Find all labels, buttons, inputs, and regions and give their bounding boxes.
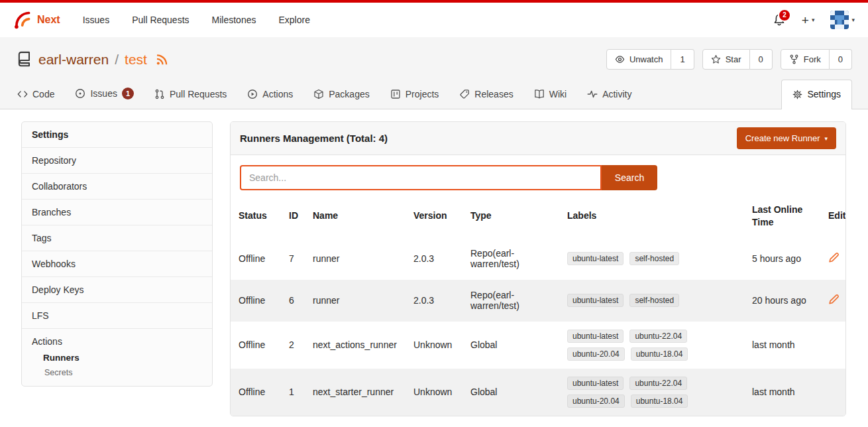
col-labels: Labels bbox=[559, 196, 744, 238]
tab-settings[interactable]: Settings bbox=[781, 80, 852, 109]
sidebar-item-webhooks[interactable]: Webhooks bbox=[22, 251, 212, 277]
tab-projects[interactable]: Projects bbox=[389, 80, 441, 109]
repo-header-block: earl-warren / test Unwatch 1 bbox=[0, 37, 868, 109]
sidebar-item-actions[interactable]: Actions Runners Secrets bbox=[22, 329, 212, 386]
sidebar-item-tags[interactable]: Tags bbox=[22, 225, 212, 251]
search-button[interactable]: Search bbox=[602, 165, 657, 190]
panel-header: Runners Management (Total: 4) Create new… bbox=[231, 122, 845, 155]
unwatch-button[interactable]: Unwatch bbox=[606, 49, 672, 70]
plus-icon: + bbox=[802, 14, 809, 27]
tab-label: Issues bbox=[90, 88, 117, 99]
tab-label: Code bbox=[32, 89, 54, 99]
runner-label-badge: ubuntu-20.04 bbox=[567, 395, 625, 408]
package-icon bbox=[313, 89, 324, 99]
version-cell: Unknown bbox=[406, 322, 462, 369]
watch-count[interactable]: 1 bbox=[671, 49, 694, 70]
edit-runner-button[interactable] bbox=[828, 294, 840, 305]
sidebar-subitem-secrets[interactable]: Secrets bbox=[32, 363, 202, 379]
tab-code[interactable]: Code bbox=[16, 80, 56, 109]
col-edit: Edit bbox=[820, 196, 845, 238]
fork-button[interactable]: Fork bbox=[781, 49, 830, 70]
repo-title: earl-warren / test bbox=[16, 51, 168, 68]
tab-wiki[interactable]: Wiki bbox=[533, 80, 568, 109]
create-runner-button[interactable]: Create new Runner ▾ bbox=[737, 127, 836, 149]
sidebar-subitem-runners[interactable]: Runners bbox=[32, 347, 202, 363]
nav-item-milestones[interactable]: Milestones bbox=[212, 15, 256, 25]
fork-count[interactable]: 0 bbox=[830, 49, 852, 70]
runners-table: Status ID Name Version Type Labels Last … bbox=[231, 196, 845, 416]
notification-count-badge: 2 bbox=[778, 9, 791, 22]
edit-runner-button[interactable] bbox=[828, 252, 840, 263]
issue-opened-icon bbox=[75, 88, 85, 99]
labels-cell: ubuntu-latestself-hosted bbox=[559, 238, 744, 280]
star-label: Star bbox=[726, 54, 741, 64]
tab-actions[interactable]: Actions bbox=[246, 80, 294, 109]
sidebar-item-collaborators[interactable]: Collaborators bbox=[22, 174, 212, 200]
tab-label: Pull Requests bbox=[170, 89, 227, 99]
name-cell: next_starter_runner bbox=[305, 369, 406, 416]
star-count[interactable]: 0 bbox=[750, 49, 773, 70]
col-last-online: Last Online Time bbox=[744, 196, 820, 238]
sidebar-item-deploy-keys[interactable]: Deploy Keys bbox=[22, 277, 212, 303]
type-cell: Repo(earl-warren/test) bbox=[462, 238, 559, 280]
star-button[interactable]: Star bbox=[702, 49, 750, 70]
create-new-menu-button[interactable]: + ▾ bbox=[802, 14, 815, 27]
id-cell: 7 bbox=[281, 238, 305, 280]
tab-releases[interactable]: Releases bbox=[458, 80, 514, 109]
id-cell: 6 bbox=[281, 280, 305, 322]
sidebar-item-branches[interactable]: Branches bbox=[22, 200, 212, 225]
last-online-cell: last month bbox=[744, 322, 820, 369]
nav-item-pull-requests[interactable]: Pull Requests bbox=[132, 15, 189, 25]
runner-label-badge: self-hosted bbox=[629, 252, 679, 265]
fork-icon bbox=[789, 54, 799, 64]
name-cell: next_actions_runner bbox=[305, 322, 406, 369]
rss-icon[interactable] bbox=[156, 54, 168, 66]
col-version: Version bbox=[406, 196, 462, 238]
tab-pull-requests[interactable]: Pull Requests bbox=[153, 80, 228, 109]
edit-cell bbox=[820, 322, 845, 369]
sidebar-item-repository[interactable]: Repository bbox=[22, 148, 212, 174]
id-cell: 2 bbox=[281, 322, 305, 369]
labels-cell: ubuntu-latestself-hosted bbox=[559, 280, 744, 322]
labels-cell: ubuntu-latestubuntu-22.04ubuntu-20.04ubu… bbox=[559, 322, 744, 369]
tab-label: Wiki bbox=[549, 89, 567, 99]
fork-button-group: Fork 0 bbox=[781, 49, 852, 70]
table-row: Offline6runner2.0.3Repo(earl-warren/test… bbox=[231, 280, 845, 322]
star-button-group: Star 0 bbox=[702, 49, 773, 70]
runner-label-badge: ubuntu-latest bbox=[567, 252, 624, 265]
navbar: Next Issues Pull Requests Milestones Exp… bbox=[0, 3, 868, 37]
runner-label-badge: ubuntu-latest bbox=[567, 377, 624, 390]
repo-path-separator: / bbox=[115, 52, 119, 68]
tab-label: Actions bbox=[262, 89, 293, 99]
status-cell: Offline bbox=[231, 369, 281, 416]
repo-name-link[interactable]: test bbox=[125, 52, 147, 68]
brand-logo[interactable]: Next bbox=[13, 11, 60, 29]
git-pull-request-icon bbox=[154, 89, 165, 99]
repo-owner-link[interactable]: earl-warren bbox=[38, 52, 109, 68]
sidebar-item-lfs[interactable]: LFS bbox=[22, 303, 212, 329]
last-online-cell: last month bbox=[744, 369, 820, 416]
user-menu-button[interactable]: ▾ bbox=[830, 11, 855, 29]
version-cell: 2.0.3 bbox=[406, 280, 462, 322]
pencil-icon bbox=[828, 252, 840, 263]
star-icon bbox=[711, 54, 721, 64]
tab-packages[interactable]: Packages bbox=[312, 80, 370, 109]
last-online-cell: 5 hours ago bbox=[744, 238, 820, 280]
nav-item-explore[interactable]: Explore bbox=[278, 15, 309, 25]
search-input[interactable] bbox=[240, 165, 602, 190]
create-runner-label: Create new Runner bbox=[745, 133, 820, 143]
edit-cell bbox=[820, 369, 845, 416]
runner-label-badge: ubuntu-22.04 bbox=[629, 330, 687, 343]
tab-issues[interactable]: Issues 1 bbox=[74, 79, 135, 109]
runner-label-badge: ubuntu-latest bbox=[567, 294, 624, 307]
col-status: Status bbox=[231, 196, 281, 238]
pulse-icon bbox=[587, 89, 598, 99]
repo-tabbar: Code Issues 1 Pull Requests Acti bbox=[0, 79, 868, 109]
version-cell: Unknown bbox=[406, 369, 462, 416]
repo-actions: Unwatch 1 Star 0 bbox=[606, 49, 852, 70]
avatar bbox=[830, 11, 849, 29]
tab-activity[interactable]: Activity bbox=[586, 80, 633, 109]
main-content: Settings Repository Collaborators Branch… bbox=[0, 109, 868, 416]
notifications-button[interactable]: 2 bbox=[773, 13, 786, 27]
nav-item-issues[interactable]: Issues bbox=[83, 15, 109, 25]
